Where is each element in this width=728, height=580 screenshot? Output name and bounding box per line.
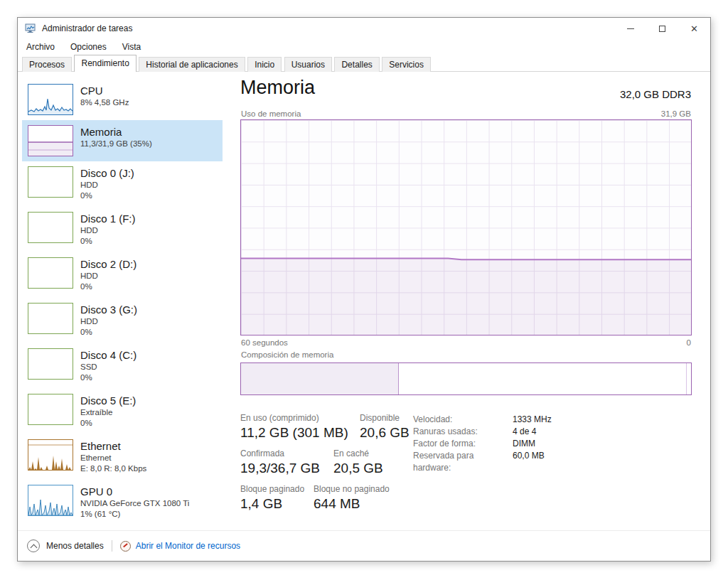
sidebar-gpu-title: GPU 0 [80,485,189,498]
maximize-button[interactable] [646,18,678,39]
close-icon: ✕ [690,24,698,33]
detail-slots: Ranuras usadas: 4 de 4 [413,426,552,438]
sidebar-disk0-type: HDD [80,180,134,190]
sidebar-disk3-title: Disco 3 (G:) [80,304,137,316]
open-resource-monitor-link[interactable]: Abrir el Monitor de recursos [136,541,240,551]
sidebar-item-memory[interactable]: Memoria 11,3/31,9 GB (35%) [22,120,223,161]
stat-nonpaged-pool-value: 644 MB [314,496,390,512]
stat-nonpaged-pool-label: Bloque no paginado [314,484,390,494]
composition-label: Composición de memoria [241,350,333,359]
tab-usuarios[interactable]: Usuarios [284,57,332,72]
sidebar-ethernet-name: Ethernet [80,453,146,463]
memory-usage-fill [241,259,691,335]
task-manager-window: Administrador de tareas ✕ Archivo Opcion… [17,17,711,562]
tab-rendimiento[interactable]: Rendimiento [74,55,136,72]
sidebar-disk0-usage: 0% [80,190,134,200]
stat-paged-pool-label: Bloque paginado [240,484,304,494]
footer-bar: Menos detalles Abrir el Monitor de recur… [18,530,710,561]
gpu-mini-chart [28,485,73,516]
detail-slots-value: 4 de 4 [513,426,536,438]
title-bar: Administrador de tareas ✕ [18,18,710,39]
memory-composition-divider [686,363,687,394]
tab-inicio[interactable]: Inicio [247,57,282,72]
detail-form-factor-label: Factor de forma: [413,438,513,450]
disk1-mini-chart [28,212,73,243]
resource-monitor-icon [120,541,131,552]
detail-hw-reserved-value: 60,0 MB [513,450,545,474]
ethernet-mini-chart [28,439,73,471]
sidebar-item-disk2[interactable]: Disco 2 (D:) HDD 0% [22,252,223,298]
page-title: Memoria [240,77,315,99]
tab-servicios[interactable]: Servicios [382,57,431,72]
window-title: Administrador de tareas [42,23,132,33]
stat-committed-label: Confirmada [240,449,320,458]
hardware-details: Velocidad: 1333 MHz Ranuras usadas: 4 de… [413,414,552,474]
sidebar-item-disk3[interactable]: Disco 3 (G:) HDD 0% [22,298,223,343]
tab-historial[interactable]: Historial de aplicaciones [139,57,245,72]
stat-in-use-label: En uso (comprimido) [240,413,348,423]
x-axis-left-label: 60 segundos [241,338,288,347]
minimize-button[interactable] [614,18,646,39]
detail-hw-reserved: Reservada para hardware: 60,0 MB [413,450,552,474]
memory-usage-graph [240,119,692,335]
menu-archivo[interactable]: Archivo [26,42,55,52]
stat-paged-pool-value: 1,4 GB [240,496,304,512]
sidebar-item-disk1[interactable]: Disco 1 (F:) HDD 0% [22,207,223,252]
memory-total-capacity: 32,0 GB DDR3 [620,88,691,100]
tab-procesos[interactable]: Procesos [22,57,72,72]
disk3-mini-chart [28,303,73,334]
sidebar-disk2-title: Disco 2 (D:) [80,258,136,270]
sidebar-disk2-usage: 0% [80,281,136,291]
stat-available-label: Disponible [360,413,410,423]
detail-hw-reserved-label: Reservada para hardware: [413,450,513,474]
stat-nonpaged-pool: Bloque no paginado 644 MB [314,484,390,512]
sidebar-item-disk5[interactable]: Disco 5 (E:) Extraíble 0% [22,389,223,434]
sidebar-disk4-type: SSD [80,362,136,372]
performance-sidebar: CPU 8% 4,58 GHz Memoria 11,3/31,9 GB (35… [22,79,223,525]
sidebar-disk5-title: Disco 5 (E:) [80,394,136,407]
maximize-icon [659,26,665,32]
disk2-mini-chart [28,257,73,289]
x-axis-right-label: 0 [687,338,691,347]
chevron-up-icon[interactable] [27,539,40,552]
disk0-mini-chart [28,166,73,198]
sidebar-gpu-name: NVIDIA GeForce GTX 1080 Ti [80,498,189,508]
sidebar-item-gpu[interactable]: GPU 0 NVIDIA GeForce GTX 1080 Ti 1% (61 … [22,480,223,525]
stat-cached-label: En caché [333,449,383,458]
sidebar-cpu-title: CPU [80,85,129,97]
detail-form-factor-value: DIMM [513,438,535,450]
footer-separator [112,540,112,552]
menu-vista[interactable]: Vista [122,42,141,52]
menu-bar: Archivo Opciones Vista [18,39,710,55]
tab-detalles[interactable]: Detalles [334,57,379,72]
close-button[interactable]: ✕ [678,18,710,39]
usage-chart-max: 31,9 GB [661,109,691,118]
sidebar-disk1-title: Disco 1 (F:) [80,213,136,225]
sidebar-item-disk0[interactable]: Disco 0 (J:) HDD 0% [22,161,223,207]
sidebar-cpu-stats: 8% 4,58 GHz [80,97,129,107]
stat-committed-value: 19,3/36,7 GB [240,461,320,476]
memory-panel: Memoria 32,0 GB DDR3 Uso de memoria 31,9… [240,71,700,532]
sidebar-ethernet-stats: E: 8,0 R: 8,0 Kbps [80,463,146,473]
memory-composition-used [241,363,399,394]
sidebar-disk5-usage: 0% [80,418,136,428]
disk4-mini-chart [28,348,73,380]
sidebar-item-cpu[interactable]: CPU 8% 4,58 GHz [22,79,223,120]
stat-available-value: 20,6 GB [360,425,410,441]
stat-available: Disponible 20,6 GB [360,413,410,441]
sidebar-gpu-stats: 1% (61 °C) [80,509,189,519]
usage-chart-label: Uso de memoria [241,109,301,118]
sidebar-memory-stats: 11,3/31,9 GB (35%) [80,139,152,149]
task-manager-icon [25,23,36,34]
sidebar-item-disk4[interactable]: Disco 4 (C:) SSD 0% [22,343,223,389]
sidebar-ethernet-title: Ethernet [80,440,146,452]
stat-paged-pool: Bloque paginado 1,4 GB [240,484,304,512]
detail-slots-label: Ranuras usadas: [413,426,513,438]
memory-composition-bar [240,362,692,395]
menu-opciones[interactable]: Opciones [70,42,107,52]
sidebar-item-ethernet[interactable]: Ethernet Ethernet E: 8,0 R: 8,0 Kbps [22,434,223,480]
detail-speed: Velocidad: 1333 MHz [413,414,552,426]
sidebar-disk2-type: HDD [80,271,136,281]
cpu-mini-chart [28,84,73,115]
less-details-button[interactable]: Menos detalles [46,541,104,551]
